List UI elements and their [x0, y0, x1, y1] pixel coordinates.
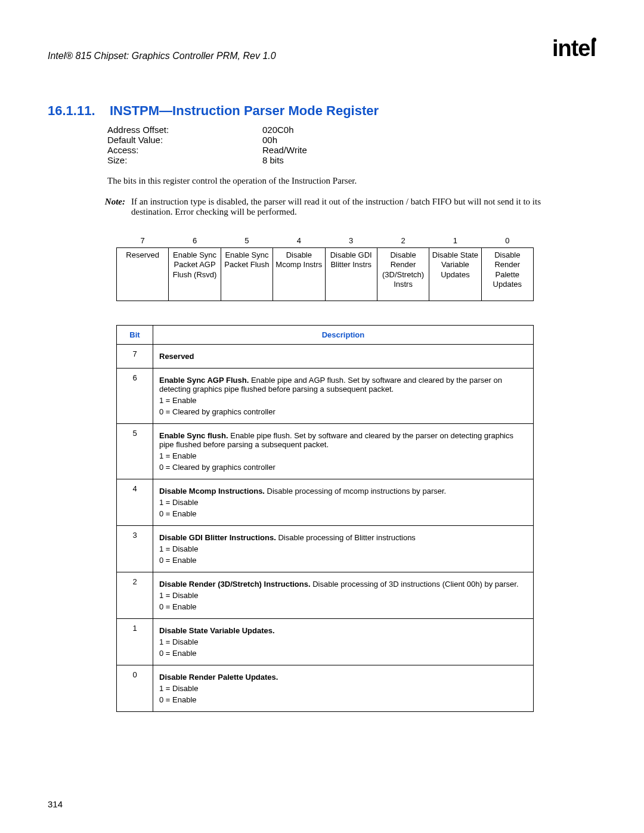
info-value: 020C0h [262, 125, 294, 135]
bit-cell: 3 [117, 526, 153, 572]
bit-cell: 4 [117, 479, 153, 526]
info-label: Size: [107, 155, 262, 165]
bit-number: 2 [377, 234, 429, 248]
table-row: 5Enable Sync flush. Enable pipe flush. S… [117, 424, 534, 479]
bit-number: 3 [325, 234, 377, 248]
bit-cell: 1 [117, 619, 153, 665]
document-title: Intel® 815 Chipset: Graphics Controller … [48, 51, 276, 61]
section-title: INSTPM—Instruction Parser Mode Register [110, 103, 379, 118]
bit-label: Disable Mcomp Instrs [273, 248, 325, 301]
info-row: Address Offset: 020C0h [107, 125, 596, 135]
bit-cell: 6 [117, 368, 153, 424]
table-row: 0Disable Render Palette Updates.1 = Disa… [117, 665, 534, 712]
table-row: 7Reserved [117, 345, 534, 368]
info-label: Access: [107, 145, 262, 155]
info-label: Address Offset: [107, 125, 262, 135]
note-text: If an instruction type is disabled, the … [131, 197, 596, 217]
description-cell: Enable Sync flush. Enable pipe flush. Se… [153, 424, 534, 479]
description-cell: Reserved [153, 345, 534, 368]
table-row: 4Disable Mcomp Instructions. Disable pro… [117, 479, 534, 526]
bit-number: 1 [429, 234, 481, 248]
info-value: 8 bits [262, 155, 284, 165]
table-row: 1Disable State Variable Updates.1 = Disa… [117, 619, 534, 665]
description-cell: Disable Render Palette Updates.1 = Disab… [153, 665, 534, 712]
table-row: 2Disable Render (3D/Stretch) Instruction… [117, 572, 534, 619]
bit-number: 4 [273, 234, 325, 248]
description-table: Bit Description 7Reserved6Enable Sync AG… [116, 325, 534, 712]
description-cell: Disable Mcomp Instructions. Disable proc… [153, 479, 534, 526]
info-label: Default Value: [107, 135, 262, 145]
bit-number: 6 [169, 234, 221, 248]
table-header-description: Description [153, 326, 534, 345]
description-cell: Disable State Variable Updates.1 = Disab… [153, 619, 534, 665]
info-row: Access: Read/Write [107, 145, 596, 155]
bit-label: Enable Sync Packet Flush [221, 248, 273, 301]
description-cell: Disable GDI Blitter Instructions. Disabl… [153, 526, 534, 572]
table-row: 6Enable Sync AGP Flush. Enable pipe and … [117, 368, 534, 424]
description-cell: Enable Sync AGP Flush. Enable pipe and A… [153, 368, 534, 424]
page-number: 314 [48, 799, 63, 809]
bit-label: Disable State Variable Updates [429, 248, 481, 301]
table-row: 3Disable GDI Blitter Instructions. Disab… [117, 526, 534, 572]
bit-label: Reserved [117, 248, 169, 301]
info-row: Size: 8 bits [107, 155, 596, 165]
bit-cell: 2 [117, 572, 153, 619]
info-row: Default Value: 00h [107, 135, 596, 145]
register-info: Address Offset: 020C0h Default Value: 00… [107, 125, 596, 165]
description-cell: Disable Render (3D/Stretch) Instructions… [153, 572, 534, 619]
body-paragraph: The bits in this register control the op… [107, 176, 596, 186]
bit-number: 0 [481, 234, 533, 248]
note-label: Note: [72, 197, 131, 217]
section-number: 16.1.11. [48, 103, 95, 118]
bit-number: 5 [221, 234, 273, 248]
intel-logo: intel [552, 36, 596, 61]
bit-label: Enable Sync Packet AGP Flush (Rsvd) [169, 248, 221, 301]
bit-number: 7 [117, 234, 169, 248]
bit-label: Disable GDI Blitter Instrs [325, 248, 377, 301]
info-value: 00h [262, 135, 277, 145]
bit-label: Disable Render Palette Updates [481, 248, 533, 301]
bit-cell: 7 [117, 345, 153, 368]
bit-cell: 0 [117, 665, 153, 712]
bit-label: Disable Render (3D/Stretch) Instrs [377, 248, 429, 301]
bit-cell: 5 [117, 424, 153, 479]
bit-diagram: 7 6 5 4 3 2 1 0 Reserved Enable Sync Pac… [116, 234, 534, 301]
table-header-bit: Bit [117, 326, 153, 345]
info-value: Read/Write [262, 145, 307, 155]
section-heading: 16.1.11. INSTPM—Instruction Parser Mode … [48, 103, 596, 119]
